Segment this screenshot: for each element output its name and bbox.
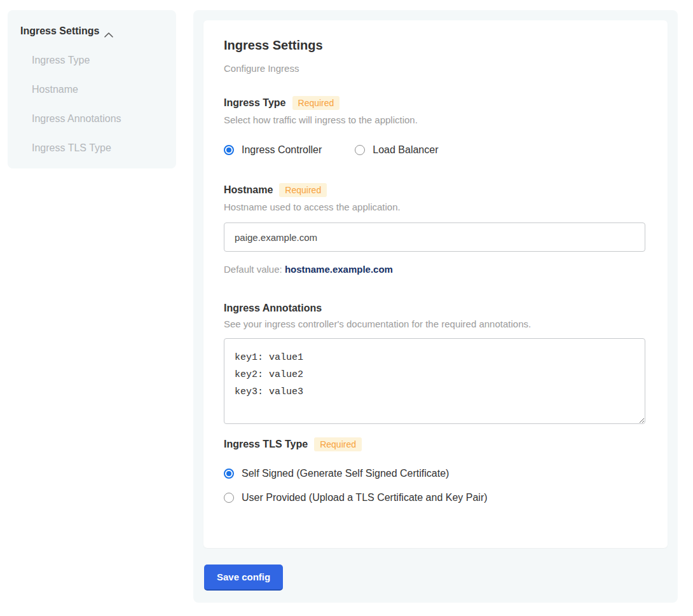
sidebar-item-ingress-type[interactable]: Ingress Type bbox=[20, 46, 163, 75]
radio-label: Ingress Controller bbox=[242, 144, 322, 156]
default-value-text: hostname.example.com bbox=[285, 264, 393, 275]
radio-load-balancer[interactable]: Load Balancer bbox=[355, 144, 438, 156]
radio-label: Load Balancer bbox=[373, 144, 438, 156]
ingress-annotations-textarea[interactable]: key1: value1 key2: value2 key3: value3 bbox=[224, 338, 645, 424]
ingress-annotations-help: See your ingress controller's documentat… bbox=[224, 318, 647, 329]
radio-ingress-controller[interactable]: Ingress Controller bbox=[224, 144, 322, 156]
sidebar-item-ingress-tls-type[interactable]: Ingress TLS Type bbox=[20, 133, 163, 163]
ingress-annotations-label: Ingress Annotations bbox=[224, 303, 322, 314]
section-ingress-type: Ingress Type Required Select how traffic… bbox=[224, 96, 647, 156]
sidebar-group-header[interactable]: Ingress Settings bbox=[20, 25, 163, 37]
sidebar-item-list: Ingress Type Hostname Ingress Annotation… bbox=[20, 46, 163, 163]
hostname-help: Hostname used to access the application. bbox=[224, 202, 647, 212]
sidebar-item-hostname[interactable]: Hostname bbox=[20, 75, 163, 104]
radio-self-signed[interactable]: Self Signed (Generate Self Signed Certif… bbox=[224, 468, 647, 479]
section-hostname: Hostname Required Hostname used to acces… bbox=[224, 183, 647, 275]
radio-icon bbox=[224, 493, 234, 503]
page-title: Ingress Settings bbox=[224, 38, 647, 53]
config-panel: Ingress Settings Configure Ingress Ingre… bbox=[193, 10, 678, 603]
hostname-default-value: Default value: hostname.example.com bbox=[224, 264, 647, 275]
required-badge: Required bbox=[279, 183, 327, 197]
radio-user-provided[interactable]: User Provided (Upload a TLS Certificate … bbox=[224, 492, 647, 503]
ingress-tls-type-label: Ingress TLS Type bbox=[224, 439, 308, 450]
section-ingress-annotations: Ingress Annotations See your ingress con… bbox=[224, 303, 647, 424]
config-card: Ingress Settings Configure Ingress Ingre… bbox=[203, 20, 668, 548]
radio-icon bbox=[224, 145, 234, 155]
hostname-label: Hostname bbox=[224, 184, 273, 196]
save-config-button[interactable]: Save config bbox=[204, 565, 283, 591]
radio-icon bbox=[355, 145, 365, 155]
sidebar-group-title: Ingress Settings bbox=[20, 25, 99, 37]
default-value-prefix: Default value: bbox=[224, 264, 285, 275]
radio-label: User Provided (Upload a TLS Certificate … bbox=[242, 492, 488, 503]
required-badge: Required bbox=[292, 96, 340, 110]
ingress-type-radio-group: Ingress Controller Load Balancer bbox=[224, 144, 647, 156]
chevron-up-icon bbox=[104, 29, 113, 34]
ingress-tls-radio-group: Self Signed (Generate Self Signed Certif… bbox=[224, 468, 647, 503]
section-ingress-tls-type: Ingress TLS Type Required Self Signed (G… bbox=[224, 437, 647, 503]
radio-label: Self Signed (Generate Self Signed Certif… bbox=[242, 468, 449, 479]
sidebar-item-ingress-annotations[interactable]: Ingress Annotations bbox=[20, 104, 163, 133]
radio-icon bbox=[224, 469, 234, 479]
required-badge: Required bbox=[314, 437, 362, 451]
ingress-type-help: Select how traffic will ingress to the a… bbox=[224, 114, 647, 125]
page-subtitle: Configure Ingress bbox=[224, 63, 647, 74]
hostname-input[interactable] bbox=[224, 222, 645, 252]
ingress-type-label: Ingress Type bbox=[224, 97, 286, 109]
config-groups-sidebar: Ingress Settings Ingress Type Hostname I… bbox=[8, 10, 176, 168]
